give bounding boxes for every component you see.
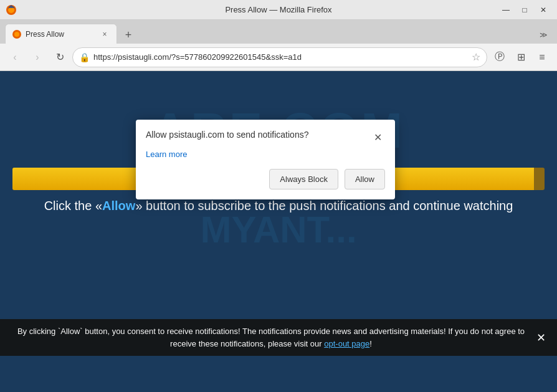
tab-close-button[interactable]: × (99, 29, 110, 40)
always-block-button[interactable]: Always Block (269, 169, 338, 189)
instruction-text: Click the «Allow» button to subscribe to… (0, 199, 557, 213)
security-icon: 🔒 (79, 52, 90, 62)
extensions-button[interactable]: ⊞ (511, 47, 531, 67)
address-bar[interactable]: 🔒 https://psistaugli.com/?s=577860209922… (72, 47, 487, 67)
permission-buttons: Always Block Allow (146, 169, 385, 189)
title-bar-left (5, 4, 17, 16)
allow-highlight: Allow (102, 199, 135, 213)
nav-right-buttons: Ⓟ ⊞ ≡ (490, 47, 552, 67)
allow-button[interactable]: Allow (345, 169, 385, 189)
firefox-icon (5, 4, 17, 16)
back-button[interactable]: ‹ (5, 47, 25, 67)
menu-button[interactable]: ≡ (532, 47, 552, 67)
maximize-button[interactable]: □ (516, 1, 533, 19)
pocket-button[interactable]: Ⓟ (490, 47, 510, 67)
window-title: Press Allow — Mozilla Firefox (225, 5, 331, 14)
svg-point-3 (14, 32, 19, 37)
permission-header: Allow psistaugli.com to send notificatio… (146, 130, 385, 145)
permission-dialog: Allow psistaugli.com to send notificatio… (136, 120, 395, 199)
window-controls: — □ ✕ (497, 1, 552, 19)
tab-list-button[interactable]: ≫ (535, 26, 552, 44)
bottom-banner: By clicking `Allow` button, you consent … (0, 319, 557, 356)
tab-bar: Press Allow × + ≫ (0, 20, 557, 44)
close-button[interactable]: ✕ (535, 1, 552, 19)
minimize-button[interactable]: — (497, 1, 515, 19)
url-text: https://psistaugli.com/?s=57786020992260… (93, 52, 468, 62)
forward-button[interactable]: › (27, 47, 47, 67)
permission-title: Allow psistaugli.com to send notificatio… (146, 130, 370, 140)
permission-close-button[interactable]: ✕ (370, 130, 385, 145)
banner-text-after: ! (369, 339, 372, 348)
active-tab[interactable]: Press Allow × (5, 24, 117, 44)
tab-title: Press Allow (26, 30, 95, 39)
navigation-bar: ‹ › ↻ 🔒 https://psistaugli.com/?s=577860… (0, 44, 557, 71)
bookmark-icon[interactable]: ☆ (472, 51, 480, 63)
banner-text-before: By clicking `Allow` button, you consent … (17, 327, 525, 348)
reload-button[interactable]: ↻ (50, 47, 70, 67)
page-content: ARE.COM MYANT... 98% Click the «Allow» b… (0, 71, 557, 356)
title-bar: Press Allow — Mozilla Firefox — □ ✕ (0, 0, 557, 20)
watermark-bottom: MYANT... (0, 208, 557, 251)
tab-favicon (12, 29, 22, 39)
new-tab-button[interactable]: + (120, 26, 137, 44)
banner-close-button[interactable]: ✕ (532, 329, 550, 347)
opt-out-link[interactable]: opt-out page (324, 339, 369, 348)
learn-more-link[interactable]: Learn more (146, 150, 385, 159)
